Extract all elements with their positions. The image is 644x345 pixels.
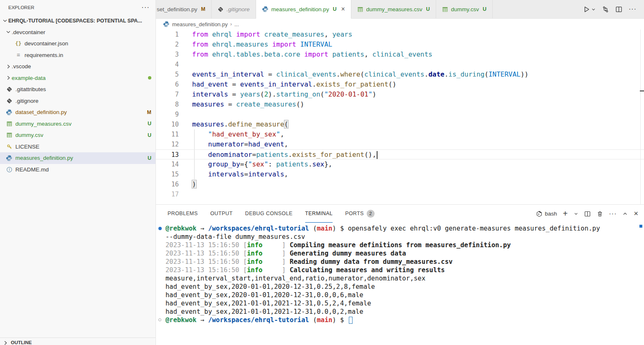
kill-terminal-trash-icon[interactable] (597, 211, 603, 217)
code-line-5: 5events_in_interval = clinical_events.wh… (156, 69, 644, 79)
command-ran-decoration (158, 227, 162, 230)
tab-label: dummy.csv (451, 6, 479, 12)
shell-selector[interactable]: bash (536, 211, 557, 217)
indent-guide (194, 139, 195, 149)
tab-dummy-measures-csv[interactable]: dummy_measures.csvU (351, 0, 436, 18)
panel-tab-label: OUTPUT (210, 211, 233, 216)
panel-tab-problems[interactable]: PROBLEMS (168, 205, 198, 223)
terminal-line: had_event_by_sex,2020-01-01,2020-12-31,0… (156, 283, 644, 291)
tree-item-dataset-definition-py[interactable]: dataset_definition.pyM (0, 107, 155, 118)
tree-item-label: EHRQL-TUTORIAL [CODESPACES: POTENTIAL SP… (8, 18, 142, 24)
panel-tab-ports[interactable]: PORTS2 (345, 205, 375, 223)
panel-tab-terminal[interactable]: TERMINAL (305, 205, 333, 223)
more-actions-icon[interactable]: ··· (629, 5, 637, 13)
terminal-line: 2023-11-13 15:16:50 [info ] Calculating … (156, 266, 644, 274)
explorer-more-icon[interactable]: ··· (141, 3, 150, 12)
tree-item-gitignore[interactable]: .gitignore (0, 95, 155, 107)
tab-label: .gitignore (227, 6, 250, 12)
run-icon (583, 6, 590, 13)
tab-label: set_definition.py (157, 6, 197, 12)
code-text: from ehrql.tables.beta.core import patie… (192, 50, 432, 60)
line-number: 4 (156, 60, 179, 69)
tree-item-ehrql-tutorial-codespaces-potential-spa[interactable]: EHRQL-TUTORIAL [CODESPACES: POTENTIAL SP… (0, 15, 155, 27)
line-number: 11 (156, 129, 179, 139)
code-text: denominator=patients.exists_for_patient(… (192, 150, 378, 159)
tree-item-example-data[interactable]: example-data (0, 72, 155, 84)
run-dropdown-chevron-icon[interactable] (591, 7, 596, 12)
chevron-right-icon (2, 340, 8, 345)
breadcrumb-file[interactable]: measures_definition.py (172, 21, 228, 27)
editor-tab-bar: set_definition.pyM.gitignoremeasures_def… (156, 0, 644, 19)
run-button[interactable] (583, 6, 596, 13)
code-line-12: 12 numerator=had_event, (156, 139, 644, 149)
tab-dummy-csv[interactable]: dummy.csvU (436, 0, 493, 18)
tree-item-dummy-measures-csv[interactable]: dummy_measures.csvU (0, 118, 155, 130)
tree-item-dummy-csv[interactable]: dummy.csvU (0, 129, 155, 141)
panel-more-actions-icon[interactable]: ··· (609, 210, 617, 218)
code-text: from ehrql.measures import INTERVAL (192, 40, 332, 50)
code-text: ) (192, 179, 196, 189)
tree-item-license[interactable]: LICENSE (0, 141, 155, 153)
line-number: 13 (156, 150, 179, 159)
code-text: had_event = events_in_interval.exists_fo… (192, 79, 396, 89)
tree-item-label: requirements.in (25, 52, 63, 58)
shell-label: bash (545, 211, 557, 217)
split-terminal-icon[interactable] (584, 211, 591, 217)
code-line-17: 17 (156, 189, 644, 199)
explorer-header: EXPLORER ··· (0, 0, 155, 15)
terminal-line: 2023-11-13 15:16:50 [info ] Reading dumm… (156, 258, 644, 266)
code-line-15: 15 intervals=intervals, (156, 169, 644, 179)
code-editor[interactable]: 1from ehrql import create_measures, year… (156, 30, 644, 204)
split-editor-icon[interactable] (615, 6, 622, 13)
tree-item-vscode[interactable]: .vscode (0, 61, 155, 72)
line-number: 9 (156, 109, 179, 119)
panel-tab-debug-console[interactable]: DEBUG CONSOLE (245, 205, 292, 223)
ports-count-badge: 2 (367, 210, 375, 218)
info-file-icon (6, 166, 12, 173)
tree-item-requirements-in[interactable]: ≡requirements.in (0, 50, 155, 61)
tab-label: measures_definition.py (271, 6, 329, 12)
python-file-icon (6, 109, 12, 116)
tree-item-label: measures_definition.py (15, 155, 73, 161)
terminal-dropdown-chevron-icon[interactable] (574, 211, 578, 216)
breadcrumb: measures_definition.py › ... (156, 19, 644, 30)
indent-guide (194, 169, 195, 179)
tree-item-gitattributes[interactable]: .gitattributes (0, 84, 155, 95)
panel-actions: bash + ··· × (536, 209, 638, 218)
git-status-badge: U (148, 121, 151, 127)
git-file-icon (6, 86, 12, 92)
outline-section-header[interactable]: OUTLINE (0, 338, 155, 345)
git-status-badge: U (148, 155, 151, 161)
csv-file-icon (442, 6, 448, 12)
tab-gitignore[interactable]: .gitignore (212, 0, 256, 18)
terminal[interactable]: @rebkwok → /workspaces/ehrql-tutorial (m… (156, 223, 644, 345)
tab-set-definition-py[interactable]: set_definition.pyM (156, 0, 212, 18)
code-text: from ehrql import create_measures, years (192, 30, 352, 40)
line-number: 10 (156, 119, 179, 129)
csv-file-icon (357, 6, 363, 12)
line-number: 6 (156, 79, 179, 89)
tree-item-readme-md[interactable]: README.md (0, 164, 155, 176)
terminal-line: measure,interval_start,interval_end,rati… (156, 274, 644, 283)
editor-actions: ··· (575, 0, 644, 18)
breadcrumb-symbol[interactable]: ... (234, 21, 239, 27)
code-line-8: 8measures = create_measures() (156, 99, 644, 109)
tree-item-devcontainer-json[interactable]: {}devcontainer.json (0, 38, 155, 50)
maximize-panel-chevron-up-icon[interactable] (622, 211, 628, 216)
tree-item-label: dataset_definition.py (15, 109, 67, 115)
tree-item-measures-definition-py[interactable]: measures_definition.pyU (0, 152, 155, 164)
python-file-icon (262, 6, 269, 12)
key-file-icon (6, 144, 12, 150)
csv-file-icon (6, 121, 12, 127)
code-line-4: 4 (156, 60, 644, 69)
code-line-6: 6had_event = events_in_interval.exists_f… (156, 79, 644, 89)
new-terminal-icon[interactable]: + (563, 209, 568, 218)
close-tab-icon[interactable]: × (341, 5, 345, 13)
tab-measures-definition-py[interactable]: measures_definition.pyU× (256, 0, 351, 19)
indent-guide (194, 159, 195, 169)
open-changes-icon[interactable] (602, 6, 609, 13)
tree-item-devcontainer[interactable]: .devcontainer (0, 27, 155, 38)
panel-tab-output[interactable]: OUTPUT (210, 205, 233, 223)
close-panel-icon[interactable]: × (634, 209, 638, 218)
terminal-line: had_event_by_sex,2021-01-01,2021-12-31,0… (156, 299, 644, 308)
